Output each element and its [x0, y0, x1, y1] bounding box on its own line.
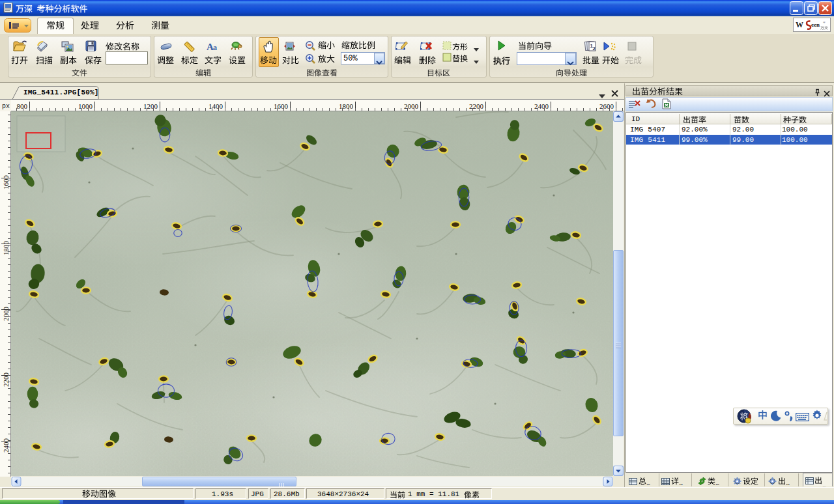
svg-text:2400: 2400	[534, 102, 549, 110]
svg-text:1600: 1600	[2, 175, 10, 190]
svg-text:1400: 1400	[208, 102, 223, 110]
svg-text:a: a	[213, 43, 217, 52]
svg-text:2000: 2000	[404, 102, 419, 110]
svg-text:800: 800	[17, 102, 28, 110]
svg-text:1600: 1600	[274, 102, 289, 110]
svg-text:2: 2	[593, 46, 596, 51]
svg-text:een: een	[811, 21, 820, 28]
svg-text:1200: 1200	[143, 102, 158, 110]
svg-text:1000: 1000	[78, 102, 93, 110]
svg-text:2200: 2200	[2, 372, 10, 387]
svg-text:®: ®	[823, 21, 826, 24]
svg-text:2000: 2000	[2, 307, 10, 322]
svg-text:px: px	[2, 103, 10, 110]
svg-text:2400: 2400	[2, 438, 10, 453]
svg-text:W: W	[796, 20, 803, 29]
svg-text:2200: 2200	[469, 102, 484, 110]
svg-text:2600: 2600	[599, 102, 614, 110]
svg-text:1800: 1800	[2, 241, 10, 256]
svg-text:1800: 1800	[339, 102, 354, 110]
